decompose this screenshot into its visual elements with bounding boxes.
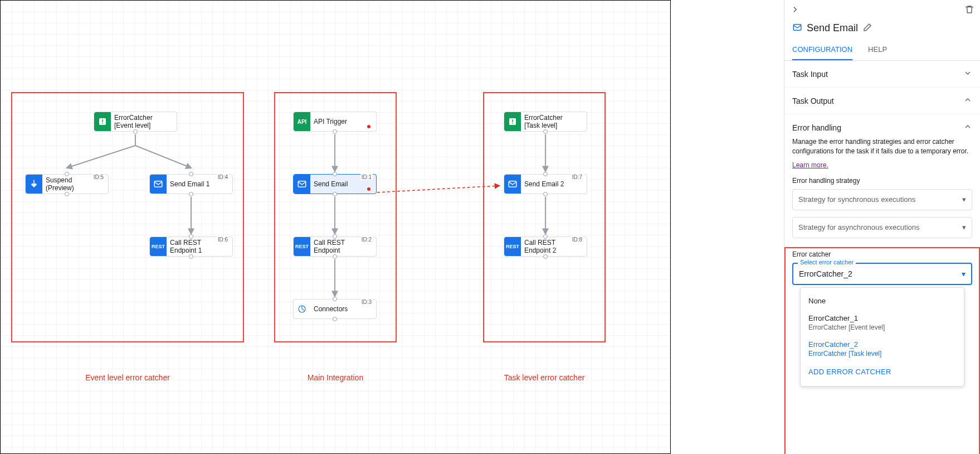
connectors-icon (294, 300, 310, 318)
learn-more-link[interactable]: Learn more. (792, 161, 828, 169)
node-id: ID:1 (360, 173, 373, 180)
port[interactable] (189, 254, 193, 259)
strategy-label: Error handling strategy (792, 177, 972, 185)
dropdown-item-none[interactable]: None (801, 292, 964, 310)
node-label: Send Email 2 (521, 180, 587, 188)
port[interactable] (333, 172, 337, 176)
node-callrest-2[interactable]: ID:8 REST Call REST Endpoint 2 (504, 236, 587, 257)
port[interactable] (543, 192, 548, 196)
hand-icon (26, 175, 42, 194)
port[interactable] (543, 254, 548, 259)
node-callrest[interactable]: ID:2 REST Call REST Endpoint (293, 236, 377, 257)
node-sendemail-2[interactable]: ID:7 Send Email 2 (504, 174, 587, 194)
error-indicator-dot (367, 125, 370, 128)
node-errorcatcher-event[interactable]: ErrorCatcher [Event level] (94, 112, 177, 132)
node-id: ID:8 (571, 235, 583, 243)
caret-down-icon: ▾ (962, 269, 966, 278)
dropdown-item-errorcatcher-2[interactable]: ErrorCatcher_2 ErrorCatcher [Task level] (801, 336, 964, 362)
mail-icon (150, 175, 167, 194)
section-title: Error handling (792, 123, 841, 132)
port[interactable] (65, 172, 69, 176)
item-main: ErrorCatcher_2 (808, 340, 956, 349)
item-main: None (808, 297, 956, 305)
node-id: ID:2 (360, 235, 373, 243)
port[interactable] (189, 192, 193, 196)
node-errorcatcher-task[interactable]: ErrorCatcher [Task level] (504, 112, 587, 132)
error-indicator-dot (367, 187, 370, 191)
delete-button[interactable] (964, 4, 974, 15)
port[interactable] (189, 234, 193, 239)
node-connectors[interactable]: ID:3 Connectors (293, 299, 377, 319)
port[interactable] (543, 172, 548, 176)
node-sendemail[interactable]: ID:1 Send Email (293, 174, 377, 194)
node-id: ID:5 (92, 173, 105, 180)
panel-title: Send Email (807, 22, 858, 34)
node-id: ID:6 (217, 235, 229, 243)
error-catcher-select[interactable]: Select error catcher ErrorCatcher_2 ▾ (792, 263, 972, 285)
port[interactable] (543, 129, 548, 134)
node-suspend[interactable]: ID:5 Suspend (Preview) (25, 174, 109, 194)
port[interactable] (333, 234, 337, 239)
section-error-handling-header[interactable]: Error handling (792, 122, 972, 133)
chevron-up-icon (963, 95, 972, 106)
node-label-line2: [Event level] (114, 122, 177, 129)
chevron-up-icon (963, 122, 972, 133)
node-id: ID:7 (571, 173, 583, 180)
section-task-output[interactable]: Task Output (784, 88, 980, 114)
port[interactable] (333, 129, 337, 134)
error-catcher-dropdown: None ErrorCatcher_1 ErrorCatcher [Event … (800, 287, 964, 387)
error-catcher-label: Error catcher (792, 250, 972, 258)
error-handling-description: Manage the error handling strategies and… (792, 137, 972, 156)
node-label-line2: Endpoint 2 (524, 247, 587, 254)
port[interactable] (333, 297, 337, 301)
item-sub: ErrorCatcher [Task level] (808, 350, 956, 358)
error-icon (94, 112, 111, 131)
integration-canvas[interactable]: Event level error catcher Main Integrati… (0, 0, 671, 454)
tab-configuration[interactable]: CONFIGURATION (792, 40, 852, 60)
port[interactable] (333, 317, 337, 321)
side-panel: Send Email CONFIGURATION HELP Task Input… (784, 0, 980, 454)
tab-help[interactable]: HELP (868, 40, 887, 60)
dropdown-item-errorcatcher-1[interactable]: ErrorCatcher_1 ErrorCatcher [Event level… (801, 310, 964, 336)
port[interactable] (543, 234, 548, 239)
section-title: Task Input (792, 70, 828, 79)
node-callrest-1[interactable]: ID:6 REST Call REST Endpoint 1 (149, 236, 233, 257)
section-task-input[interactable]: Task Input (784, 61, 980, 88)
async-strategy-select[interactable]: Strategy for asynchronous executions ▾ (792, 217, 972, 238)
node-label-line2: Endpoint 1 (170, 247, 232, 254)
collapse-panel-button[interactable] (790, 4, 800, 15)
node-label: Connectors (310, 305, 376, 313)
svg-rect-1 (102, 119, 103, 122)
error-catcher-value: ErrorCatcher_2 (799, 269, 852, 278)
rest-icon: REST (294, 237, 310, 256)
section-error-handling: Error handling Manage the error handling… (784, 114, 980, 454)
node-label-line2: Endpoint (314, 247, 376, 254)
item-main: ErrorCatcher_1 (808, 314, 956, 322)
node-label-line2: (Preview) (46, 184, 108, 192)
node-id: ID:3 (360, 298, 373, 305)
mail-icon (792, 22, 802, 34)
panel-tabs: CONFIGURATION HELP (784, 40, 980, 61)
port[interactable] (189, 172, 193, 176)
rest-icon: REST (504, 237, 521, 256)
node-api-trigger[interactable]: API API Trigger (293, 112, 377, 132)
node-sendemail-1[interactable]: ID:4 Send Email 1 (149, 174, 233, 194)
api-icon: API (294, 112, 310, 131)
port[interactable] (65, 192, 69, 196)
sync-strategy-select[interactable]: Strategy for synchronous executions ▾ (792, 189, 972, 210)
group-main-integration-label: Main Integration (274, 373, 397, 382)
error-catcher-legend: Select error catcher (798, 259, 856, 265)
port[interactable] (133, 129, 138, 134)
caret-down-icon: ▾ (962, 195, 966, 204)
node-label-line1: ErrorCatcher (524, 114, 587, 122)
node-label: Send Email 1 (167, 180, 232, 188)
svg-rect-7 (512, 119, 513, 122)
edit-icon[interactable] (862, 22, 872, 34)
port[interactable] (333, 254, 337, 259)
svg-rect-2 (102, 123, 103, 124)
add-error-catcher-button[interactable]: ADD ERROR CATCHER (801, 362, 964, 381)
port[interactable] (333, 192, 337, 196)
section-title: Task Output (792, 96, 834, 105)
node-label-line2: [Task level] (524, 122, 587, 129)
group-task-level-label: Task level error catcher (483, 373, 606, 382)
